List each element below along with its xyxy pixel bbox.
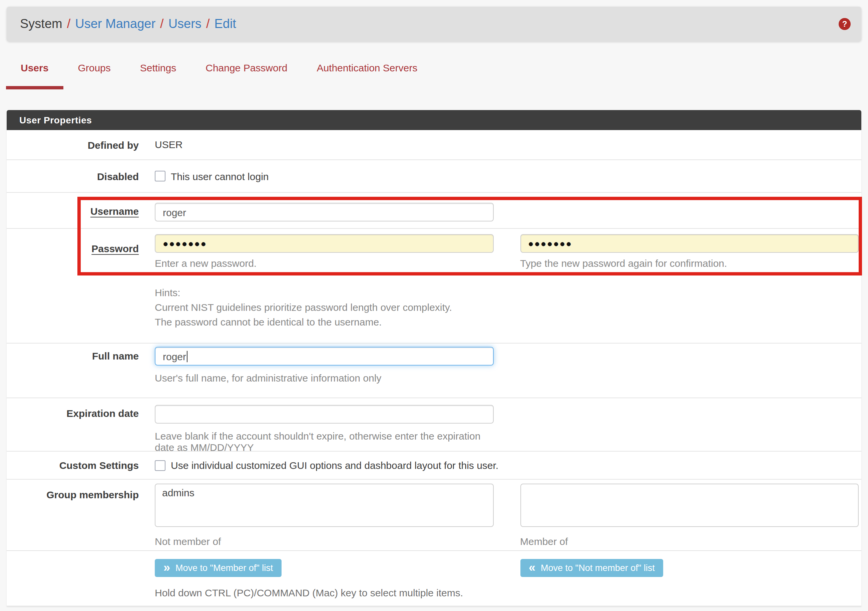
disabled-label: Disabled <box>7 170 155 182</box>
tab-settings[interactable]: Settings <box>126 61 191 90</box>
panel-title: User Properties <box>7 110 861 130</box>
group-membership-label: Group membership <box>46 489 139 500</box>
username-label: Username <box>90 206 139 217</box>
disabled-checkbox-label: This user cannot login <box>171 170 269 182</box>
row-disabled: Disabled This user cannot login <box>7 160 861 193</box>
breadcrumb-separator: / <box>160 17 164 31</box>
member-of-caption: Member of <box>520 536 859 547</box>
password-confirm-input[interactable] <box>520 234 859 253</box>
expiration-date-label: Expiration date <box>67 408 139 419</box>
full-name-help: User's full name, for administrative inf… <box>155 372 493 384</box>
move-to-member-button[interactable]: » Move to "Member of" list <box>155 559 282 577</box>
password-help: Enter a new password. <box>155 257 493 269</box>
tab-bar: Users Groups Settings Change Password Au… <box>6 61 432 90</box>
expiration-date-input[interactable] <box>155 405 493 424</box>
row-defined-by: Defined by USER <box>7 130 861 160</box>
double-chevron-right-icon: » <box>163 561 170 573</box>
defined-by-label: Defined by <box>7 139 155 150</box>
breadcrumb-separator: / <box>67 17 71 31</box>
row-custom-settings: Custom Settings Use individual customize… <box>7 452 861 480</box>
move-to-not-member-button[interactable]: « Move to "Not member of" list <box>520 559 663 577</box>
row-group-membership: Group membership admins Not member of Me… <box>7 480 861 551</box>
row-full-name: Full name roger User's full name, for ad… <box>7 343 861 398</box>
password-hint-line: Hints: <box>155 286 859 300</box>
custom-settings-checkbox[interactable] <box>155 460 166 470</box>
password-hint-line: Current NIST guidelines prioritize passw… <box>155 300 859 315</box>
row-username: Username <box>7 193 861 229</box>
row-password: Password Enter a new password. Type the … <box>7 229 861 343</box>
help-icon[interactable]: ? <box>839 18 851 30</box>
password-input[interactable] <box>155 234 493 253</box>
row-expiration-date: Expiration date Leave blank if the accou… <box>7 398 861 452</box>
member-of-listbox[interactable] <box>520 484 859 527</box>
tab-groups[interactable]: Groups <box>63 61 125 90</box>
multi-select-help: Hold down CTRL (PC)/COMMAND (Mac) key to… <box>155 587 859 598</box>
breadcrumb-link-users[interactable]: Users <box>169 17 202 31</box>
breadcrumb-separator: / <box>206 17 210 31</box>
breadcrumb-link-edit[interactable]: Edit <box>214 17 236 31</box>
user-properties-panel: User Properties Defined by USER Disabled… <box>7 110 861 606</box>
user-manager-edit-page: System/User Manager/Users/Edit ? Users G… <box>0 0 868 611</box>
list-item-admins[interactable]: admins <box>162 486 486 500</box>
double-chevron-left-icon: « <box>529 561 535 573</box>
row-move-buttons: » Move to "Member of" list « Move to "No… <box>7 551 861 606</box>
breadcrumb: System/User Manager/Users/Edit ? <box>7 7 861 41</box>
text-caret <box>187 351 188 362</box>
tab-change-password[interactable]: Change Password <box>191 61 302 90</box>
tab-authentication-servers[interactable]: Authentication Servers <box>302 61 432 90</box>
password-hint-line: The password cannot be identical to the … <box>155 315 859 329</box>
expiration-date-help: Leave blank if the account shouldn't exp… <box>155 430 493 453</box>
disabled-checkbox[interactable] <box>155 171 166 181</box>
password-label: Password <box>91 243 139 254</box>
username-input[interactable] <box>155 203 493 221</box>
breadcrumb-link-user-manager[interactable]: User Manager <box>75 17 155 31</box>
tab-users[interactable]: Users <box>6 61 63 90</box>
password-confirm-help: Type the new password again for confirma… <box>520 257 859 269</box>
not-member-of-caption: Not member of <box>155 536 493 547</box>
full-name-input[interactable]: roger <box>155 347 493 365</box>
custom-settings-label: Custom Settings <box>7 459 155 471</box>
breadcrumb-system: System <box>20 17 62 31</box>
password-hints: Hints: Current NIST guidelines prioritiz… <box>155 286 859 329</box>
defined-by-value: USER <box>155 139 183 150</box>
not-member-of-listbox[interactable]: admins <box>155 484 493 527</box>
full-name-label: Full name <box>92 350 139 362</box>
custom-settings-checkbox-label: Use individual customized GUI options an… <box>171 459 498 471</box>
